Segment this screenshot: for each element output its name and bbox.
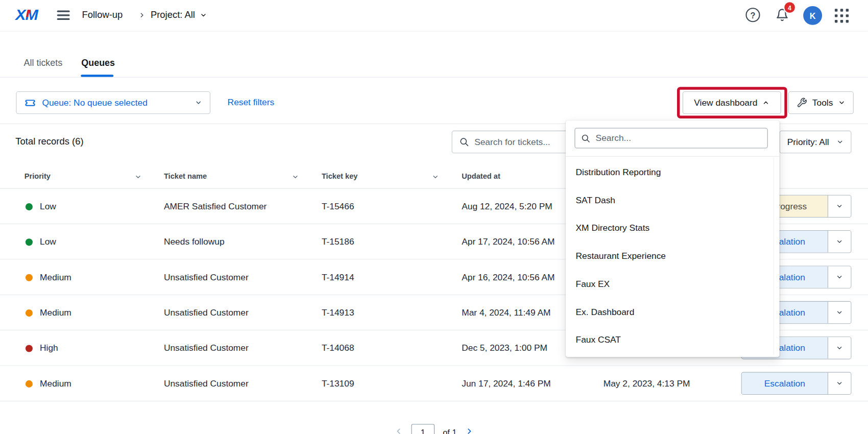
priority-cell: Low bbox=[40, 224, 56, 259]
menu-item-dashboard[interactable]: Faux CSAT bbox=[566, 326, 774, 354]
tools-label: Tools bbox=[812, 98, 833, 108]
tab-all-tickets[interactable]: All tickets bbox=[24, 58, 63, 68]
priority-dot bbox=[26, 309, 33, 317]
tab-queues[interactable]: Queues bbox=[81, 58, 115, 68]
table-row[interactable]: Medium Unsatisfied Customer T-13109 Jun … bbox=[0, 366, 868, 401]
priority-filter-label: Priority: All bbox=[787, 137, 829, 147]
current-page-box[interactable]: 1 bbox=[412, 424, 435, 434]
breadcrumb-project: Project: All bbox=[151, 9, 195, 20]
chevron-down-icon[interactable] bbox=[828, 231, 851, 252]
ticket-name-cell: Unsatisfied Customer bbox=[164, 330, 249, 366]
ticket-key-cell: T-13109 bbox=[322, 366, 354, 401]
column-header-ticket-key: Ticket key bbox=[322, 164, 358, 189]
updated-at-cell: Apr 16, 2024, 10:56 AM bbox=[462, 259, 554, 295]
menu-item-dashboard[interactable]: XM Directory Stats bbox=[566, 214, 774, 242]
chevron-down-icon[interactable] bbox=[828, 196, 851, 217]
view-dashboard-label: View dashboard bbox=[694, 98, 757, 108]
chevron-down-icon bbox=[200, 11, 207, 18]
help-icon[interactable]: ? bbox=[745, 8, 760, 22]
chevron-down-icon[interactable] bbox=[828, 337, 851, 358]
menu-item-dashboard[interactable]: Ex. Dashboard bbox=[566, 298, 774, 326]
pagination: 1 of 1 bbox=[0, 424, 868, 434]
menu-item-dashboard[interactable]: Restaurant Experience bbox=[566, 243, 774, 270]
project-selector[interactable]: Project: All bbox=[151, 9, 207, 20]
active-tab-indicator bbox=[81, 75, 113, 77]
priority-cell: Medium bbox=[40, 366, 71, 401]
notification-badge: 4 bbox=[784, 2, 795, 13]
updated-at-cell: Aug 12, 2024, 5:20 PM bbox=[462, 189, 552, 224]
ticket-name-cell: Unsatisfied Customer bbox=[164, 366, 249, 401]
updated-at-cell: Jun 17, 2024, 1:46 PM bbox=[462, 366, 551, 401]
sort-priority-icon[interactable] bbox=[134, 173, 141, 183]
app-window: XMM Follow-up Project: All ? 4 K All tic… bbox=[0, 0, 868, 434]
updated-at-cell: Apr 17, 2024, 10:56 AM bbox=[462, 224, 554, 259]
updated-at-cell: Dec 5, 2023, 1:00 PM bbox=[462, 330, 547, 366]
search-icon bbox=[459, 137, 470, 148]
previous-page-icon[interactable] bbox=[394, 427, 403, 434]
status-dropdown[interactable]: Escalation bbox=[741, 372, 852, 395]
chevron-down-icon bbox=[836, 138, 843, 146]
search-icon bbox=[581, 133, 591, 143]
dashboard-search-box bbox=[574, 128, 767, 148]
ticket-icon bbox=[25, 97, 36, 109]
chevron-up-icon bbox=[762, 99, 769, 106]
chevron-right-icon bbox=[138, 11, 146, 21]
avatar[interactable]: K bbox=[803, 6, 822, 25]
ticket-key-cell: T-15466 bbox=[322, 189, 354, 224]
column-header-ticket-name: Ticket name bbox=[164, 164, 207, 189]
column-header-updated-at: Updated at bbox=[462, 164, 500, 189]
ticket-key-cell: T-14914 bbox=[322, 259, 354, 295]
xm-logo[interactable]: XMM bbox=[15, 6, 37, 24]
hamburger-menu-icon[interactable] bbox=[57, 11, 70, 22]
priority-dot bbox=[26, 238, 33, 246]
queue-selector-dropdown[interactable]: Queue: No queue selected bbox=[16, 91, 210, 114]
chevron-down-icon[interactable] bbox=[828, 373, 851, 394]
sort-ticket-key-icon[interactable] bbox=[432, 173, 439, 183]
menu-item-dashboard[interactable]: Distribution Reporting bbox=[566, 158, 774, 186]
ticket-key-cell: T-14913 bbox=[322, 295, 354, 330]
view-dashboard-button[interactable]: View dashboard bbox=[683, 91, 781, 114]
ticket-name-cell: AMER Satisfied Customer bbox=[164, 189, 267, 224]
next-page-icon[interactable] bbox=[465, 427, 474, 434]
tabs-divider bbox=[0, 77, 868, 78]
ticket-name-cell: Needs followup bbox=[164, 224, 225, 259]
priority-dot bbox=[26, 274, 33, 281]
apps-grid-icon[interactable] bbox=[835, 9, 849, 23]
priority-cell: Medium bbox=[40, 295, 71, 330]
priority-cell: Low bbox=[40, 189, 56, 224]
priority-dot bbox=[26, 380, 33, 388]
menu-item-dashboard[interactable]: Faux EX bbox=[566, 270, 774, 298]
page-count-label: of 1 bbox=[443, 428, 456, 434]
status-badge: Escalation bbox=[742, 373, 828, 394]
created-at-cell: May 2, 2023, 4:13 PM bbox=[604, 366, 690, 401]
chevron-down-icon[interactable] bbox=[828, 302, 851, 323]
priority-filter-dropdown[interactable]: Priority: All bbox=[780, 131, 852, 153]
priority-dot bbox=[26, 345, 33, 352]
tools-button[interactable]: Tools bbox=[788, 91, 854, 114]
queue-selector-label: Queue: No queue selected bbox=[42, 98, 188, 108]
dashboard-search-input[interactable] bbox=[596, 133, 762, 143]
logo-red-accent: M bbox=[26, 6, 38, 24]
ticket-name-cell: Unsatisfied Customer bbox=[164, 295, 249, 330]
chevron-down-icon bbox=[195, 99, 202, 106]
chevron-down-icon[interactable] bbox=[828, 266, 851, 287]
column-header-priority: Priority bbox=[25, 164, 51, 189]
priority-dot bbox=[26, 203, 33, 210]
menu-item-dashboard[interactable]: SAT Dash bbox=[566, 186, 774, 214]
ticket-name-cell: Unsatisfied Customer bbox=[164, 259, 249, 295]
wrench-icon bbox=[797, 98, 807, 108]
reset-filters-link[interactable]: Reset filters bbox=[228, 98, 275, 108]
top-header: XMM Follow-up Project: All ? 4 K bbox=[0, 0, 868, 32]
priority-cell: High bbox=[40, 330, 58, 366]
updated-at-cell: Mar 4, 2024, 11:49 AM bbox=[462, 295, 550, 330]
ticket-key-cell: T-14068 bbox=[322, 330, 354, 366]
priority-cell: Medium bbox=[40, 259, 71, 295]
chevron-down-icon bbox=[838, 99, 845, 106]
total-records-label: Total records (6) bbox=[15, 136, 83, 148]
menu-divider bbox=[566, 156, 779, 157]
ticket-key-cell: T-15186 bbox=[322, 224, 354, 259]
breadcrumb-section: Follow-up bbox=[82, 9, 123, 20]
sort-ticket-name-icon[interactable] bbox=[292, 173, 299, 183]
view-dashboard-menu: Distribution Reporting SAT Dash XM Direc… bbox=[566, 120, 779, 357]
